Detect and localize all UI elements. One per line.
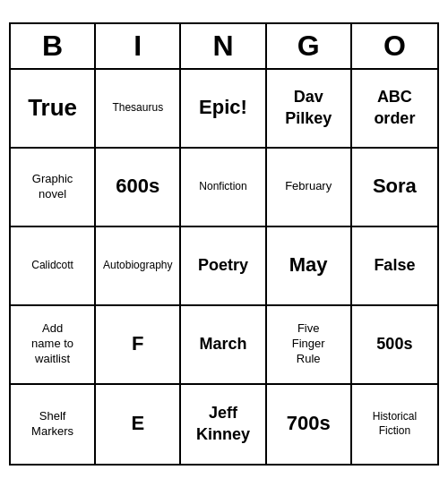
- bingo-cell-r2-c0: Calidcott: [11, 227, 96, 306]
- bingo-cell-r1-c2: Nonfiction: [181, 149, 266, 227]
- bingo-cell-r0-c3: Dav Pilkey: [267, 70, 352, 149]
- bingo-cell-r0-c0: True: [11, 70, 96, 149]
- cell-label: Five Finger Rule: [292, 321, 325, 367]
- bingo-cell-r4-c3: 700s: [267, 385, 352, 464]
- bingo-cell-r1-c4: Sora: [352, 149, 437, 227]
- cell-label: Thesaurus: [112, 101, 163, 115]
- header-letter: O: [352, 24, 437, 68]
- header-letter: I: [96, 24, 181, 68]
- bingo-cell-r4-c1: E: [96, 385, 181, 464]
- cell-label: Jeff Kinney: [196, 403, 250, 445]
- cell-label: Epic!: [199, 95, 247, 121]
- bingo-cell-r1-c3: February: [267, 149, 352, 227]
- cell-label: March: [199, 334, 246, 355]
- cell-label: ABC order: [374, 87, 415, 129]
- bingo-cell-r2-c1: Autobiography: [96, 227, 181, 306]
- bingo-cell-r1-c1: 600s: [96, 149, 181, 227]
- cell-label: E: [131, 411, 144, 437]
- bingo-cell-r2-c3: May: [267, 227, 352, 306]
- bingo-cell-r3-c2: March: [181, 306, 266, 385]
- bingo-cell-r3-c1: F: [96, 306, 181, 385]
- bingo-header: BINGO: [11, 24, 437, 70]
- bingo-cell-r0-c2: Epic!: [181, 70, 266, 149]
- bingo-card: BINGO TrueThesaurusEpic!Dav PilkeyABC or…: [9, 22, 439, 466]
- bingo-cell-r1-c0: Graphic novel: [11, 149, 96, 227]
- cell-label: Poetry: [198, 255, 248, 276]
- header-letter: B: [11, 24, 96, 68]
- bingo-cell-r4-c0: Shelf Markers: [11, 385, 96, 464]
- cell-label: Sora: [373, 174, 417, 200]
- cell-label: Nonfiction: [199, 180, 246, 194]
- bingo-cell-r0-c1: Thesaurus: [96, 70, 181, 149]
- cell-label: Shelf Markers: [31, 409, 73, 440]
- cell-label: Graphic novel: [32, 172, 73, 202]
- header-letter: N: [181, 24, 266, 68]
- header-letter: G: [267, 24, 352, 68]
- cell-label: Calidcott: [31, 259, 73, 273]
- cell-label: February: [285, 179, 332, 194]
- bingo-cell-r0-c4: ABC order: [352, 70, 437, 149]
- cell-label: F: [132, 331, 143, 357]
- bingo-cell-r3-c4: 500s: [352, 306, 437, 385]
- bingo-cell-r2-c2: Poetry: [181, 227, 266, 306]
- cell-label: 700s: [287, 411, 331, 437]
- bingo-cell-r2-c4: False: [352, 227, 437, 306]
- cell-label: Historical Fiction: [373, 410, 417, 438]
- cell-label: 600s: [116, 174, 159, 200]
- cell-label: 500s: [376, 334, 412, 355]
- cell-label: True: [28, 93, 77, 124]
- cell-label: Autobiography: [103, 259, 172, 273]
- cell-label: False: [374, 255, 415, 276]
- bingo-cell-r4-c4: Historical Fiction: [352, 385, 437, 464]
- bingo-grid: TrueThesaurusEpic!Dav PilkeyABC orderGra…: [11, 70, 437, 464]
- cell-label: May: [289, 252, 328, 278]
- cell-label: Dav Pilkey: [285, 87, 332, 129]
- bingo-cell-r3-c3: Five Finger Rule: [267, 306, 352, 385]
- cell-label: Add name to waitlist: [31, 321, 73, 367]
- bingo-cell-r3-c0: Add name to waitlist: [11, 306, 96, 385]
- bingo-cell-r4-c2: Jeff Kinney: [181, 385, 266, 464]
